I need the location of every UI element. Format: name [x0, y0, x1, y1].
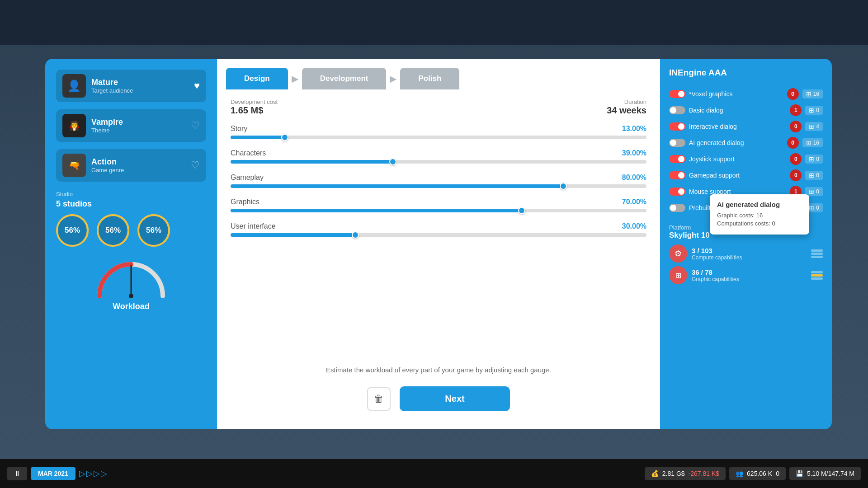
- graphics-bars: [811, 271, 823, 280]
- badge-red-4: 0: [790, 153, 802, 165]
- feature-name-4: Joystick support: [689, 155, 786, 163]
- theme-title: Vampire: [91, 117, 200, 127]
- tab-design[interactable]: Design: [226, 68, 288, 89]
- duration-block: Duration 34 weeks: [607, 99, 646, 116]
- slider-section: Story 13.00% Characters 39.00% Gameplay …: [231, 125, 646, 361]
- slider-thumb-0[interactable]: [281, 134, 288, 141]
- studio-section: Studio 5 studios 56% 56% 56%: [56, 191, 206, 247]
- audience-heart[interactable]: ♥: [194, 80, 200, 92]
- compute-values: 3 / 103: [692, 247, 807, 254]
- theme-heart[interactable]: ♡: [191, 120, 200, 131]
- audience-card[interactable]: 👤 Mature Target audience ♥: [56, 70, 206, 102]
- badge-grid-1: ⊞0: [805, 106, 823, 115]
- badge-red-3: 0: [787, 137, 799, 149]
- pause-button[interactable]: ⏸: [7, 467, 27, 480]
- toggle-5[interactable]: [669, 171, 685, 179]
- badge-grid-0: ⊞16: [802, 89, 823, 99]
- slider-value-2: 80.00%: [622, 174, 646, 182]
- badge-grid-3: ⊞16: [802, 138, 823, 147]
- slider-track-1[interactable]: [231, 160, 646, 164]
- stat1-value: 625.06 K: [747, 470, 772, 477]
- right-panel: INEngine AAA *Voxel graphics 0 ⊞16 Basic…: [660, 59, 832, 429]
- graphics-bar-3: [811, 277, 823, 280]
- slider-header-2: Gameplay 80.00%: [231, 174, 646, 182]
- engine-feature-1: Basic dialog 1 ⊞0: [669, 102, 823, 118]
- toggle-1[interactable]: [669, 106, 685, 114]
- estimate-text: Estimate the workload of every part of y…: [231, 366, 646, 374]
- badge-red-0: 0: [787, 88, 799, 100]
- tabs-row: Design ▶ Development ▶ Polish: [217, 59, 660, 89]
- toggle-0[interactable]: [669, 90, 685, 98]
- toggle-6[interactable]: [669, 188, 685, 196]
- dev-cost-label: Development cost: [231, 99, 278, 105]
- slider-track-4[interactable]: [231, 233, 646, 237]
- dev-cost-block: Development cost 1.65 M$: [231, 99, 278, 116]
- studio-label: Studio: [56, 191, 206, 197]
- audience-title: Mature: [91, 78, 200, 87]
- theme-card[interactable]: 🧛 Vampire Theme ♡: [56, 109, 206, 142]
- genre-heart[interactable]: ♡: [191, 160, 200, 171]
- slider-fill-0: [231, 136, 285, 139]
- toggle-3[interactable]: [669, 139, 685, 147]
- theme-text: Vampire Theme: [91, 117, 200, 134]
- graphics-bar-2: [811, 274, 823, 277]
- slider-thumb-4[interactable]: [352, 231, 359, 239]
- toggle-2[interactable]: [669, 122, 685, 131]
- feature-name-0: *Voxel graphics: [689, 90, 783, 98]
- slider-value-4: 30.00%: [622, 222, 646, 230]
- slider-fill-4: [231, 233, 355, 237]
- slider-thumb-1[interactable]: [389, 158, 396, 165]
- slider-thumb-3[interactable]: [518, 207, 525, 214]
- studio-circles: 56% 56% 56%: [56, 214, 206, 247]
- next-button[interactable]: Next: [400, 386, 509, 411]
- compute-icon: ⚙: [669, 244, 687, 263]
- tab-polish[interactable]: Polish: [400, 68, 459, 89]
- left-panel: 👤 Mature Target audience ♥ 🧛 Vampire The…: [45, 59, 217, 429]
- slider-track-2[interactable]: [231, 184, 646, 188]
- tab-development[interactable]: Development: [302, 68, 387, 89]
- theme-subtitle: Theme: [91, 127, 200, 134]
- money-value: 2.81 G$: [662, 470, 685, 477]
- studio-count: 5 studios: [56, 199, 206, 209]
- bottom-buttons: 🗑 Next: [231, 379, 646, 420]
- slider-name-0: Story: [231, 125, 247, 133]
- slider-name-3: Graphics: [231, 198, 259, 206]
- audience-icon: 👤: [62, 74, 86, 98]
- engine-feature-0: *Voxel graphics 0 ⊞16: [669, 86, 823, 102]
- taskbar-money: 💰 2.81 G$ -267.81 K$: [645, 467, 726, 480]
- center-content: Development cost 1.65 M$ Duration 34 wee…: [217, 89, 660, 429]
- compute-bar-1: [811, 249, 823, 252]
- slider-fill-1: [231, 160, 393, 164]
- compute-capability: ⚙ 3 / 103 Compute capabilities: [669, 244, 823, 263]
- graphics-values: 36 / 78: [692, 268, 807, 276]
- taskbar-stat1: 👥 625.06 K 0: [729, 467, 786, 480]
- graphics-label: Graphic capabilities: [692, 276, 807, 282]
- slider-track-3[interactable]: [231, 209, 646, 212]
- engine-feature-2: Interactive dialog 0 ⊞4: [669, 118, 823, 135]
- tooltip-compute-costs: Computations costs: 0: [717, 220, 802, 227]
- slider-row-characters: Characters 39.00%: [231, 149, 646, 164]
- toggle-4[interactable]: [669, 155, 685, 163]
- slider-header-3: Graphics 70.00%: [231, 198, 646, 206]
- genre-card[interactable]: 🔫 Action Game genre ♡: [56, 149, 206, 182]
- audience-subtitle: Target audience: [91, 87, 200, 94]
- slider-row-gameplay: Gameplay 80.00%: [231, 174, 646, 188]
- slider-thumb-2[interactable]: [560, 183, 567, 190]
- main-overlay: 👤 Mature Target audience ♥ 🧛 Vampire The…: [45, 59, 832, 429]
- studio-circle-2: 56%: [97, 214, 129, 247]
- trash-button[interactable]: 🗑: [367, 387, 391, 411]
- slider-value-1: 39.00%: [622, 149, 646, 157]
- compute-bars: [811, 249, 823, 258]
- compute-label: Compute capabilities: [692, 254, 807, 261]
- compute-bar-3: [811, 256, 823, 258]
- stat1-extra: 0: [776, 470, 779, 477]
- compute-bar-2: [811, 253, 823, 255]
- slider-track-0[interactable]: [231, 136, 646, 139]
- slider-fill-2: [231, 184, 563, 188]
- graphics-info: 36 / 78 Graphic capabilities: [692, 268, 807, 282]
- genre-subtitle: Game genre: [91, 167, 200, 174]
- toggle-7[interactable]: [669, 204, 685, 212]
- slider-value-3: 70.00%: [622, 198, 646, 206]
- engine-feature-5: Gamepad support 0 ⊞0: [669, 167, 823, 183]
- taskbar-speed[interactable]: ▷▷▷▷: [79, 469, 108, 479]
